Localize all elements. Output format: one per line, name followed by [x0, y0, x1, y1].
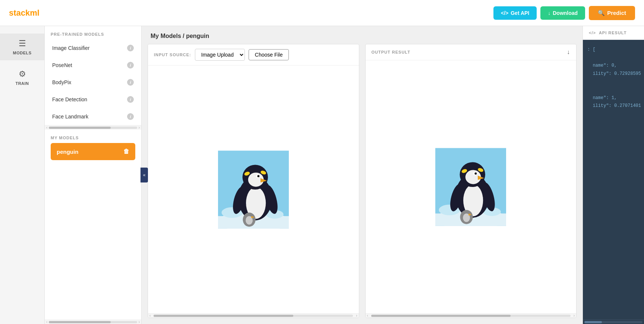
scroll-thumb [49, 127, 110, 129]
download-button[interactable]: ↓ Download [540, 6, 585, 20]
info-icon-face-landmark[interactable]: i [127, 113, 134, 120]
input-panel: INPUT SOURCE: Image Upload URL Webcam Ch… [148, 44, 359, 318]
svg-point-11 [257, 175, 259, 177]
input-hscroll-left[interactable]: ‹ [149, 314, 151, 318]
output-hscroll-left[interactable]: ‹ [367, 314, 368, 318]
code-brackets-icon: </> [589, 31, 596, 35]
output-hscroll-right[interactable]: › [574, 314, 575, 318]
train-label: TRAIN [15, 81, 29, 86]
predict-button[interactable]: 🔍 Predict [589, 6, 635, 20]
output-download-icon[interactable]: ↓ [567, 49, 570, 55]
download-icon: ↓ [548, 10, 550, 16]
api-code-line-7: name": 1, [587, 94, 640, 102]
app-body: ☰ MODELS ⚙ TRAIN PRE-TRAINED MODELS Imag… [0, 26, 644, 324]
input-source-select[interactable]: Image Upload URL Webcam [195, 49, 245, 61]
input-penguin-image [218, 150, 289, 229]
pretrained-title: PRE-TRAINED MODELS [51, 32, 135, 36]
info-icon-face-detection[interactable]: i [127, 96, 134, 103]
trash-icon[interactable]: 🗑 [123, 148, 129, 155]
scroll-right-arrow[interactable]: › [139, 126, 140, 130]
api-result-label: API RESULT [599, 31, 627, 35]
api-scrollbar [583, 320, 644, 324]
sidebar: ☰ MODELS ⚙ TRAIN [0, 26, 45, 324]
info-icon-posenet[interactable]: i [127, 62, 134, 69]
output-panel: OUTPUT RESULT ↓ [365, 44, 577, 318]
my-scroll-thumb [49, 321, 110, 323]
input-image-area [148, 66, 359, 313]
my-models-title: MY MODELS [51, 136, 135, 140]
my-scroll-track [49, 321, 137, 323]
output-penguin-image [435, 148, 506, 226]
api-panel-header: </> API RESULT [583, 26, 644, 40]
pretrained-section: PRE-TRAINED MODELS [45, 26, 141, 39]
my-scroll-left-arrow[interactable]: ‹ [46, 320, 47, 324]
output-panel-scrollbar: ‹ › [366, 313, 577, 318]
input-source-label: INPUT SOURCE: [154, 53, 191, 57]
code-icon: </> [501, 10, 508, 16]
api-code-line-5 [587, 78, 640, 86]
header: stackml </> Get API ↓ Download 🔍 Predict [0, 0, 644, 26]
sidebar-item-models[interactable]: ☰ MODELS [0, 34, 44, 60]
main-content: My Models / penguin INPUT SOURCE: Image … [142, 26, 583, 324]
my-models-section: MY MODELS penguin 🗑 [45, 130, 141, 320]
pretrained-model-list[interactable]: Image Classifier i PoseNet i BodyPix i F… [45, 39, 141, 125]
choose-file-button[interactable]: Choose File [249, 49, 289, 60]
logo-text: stackml [9, 8, 40, 18]
api-code-line-6 [587, 86, 640, 94]
output-result-label: OUTPUT RESULT [372, 50, 410, 54]
api-code-line-3: name": 0, [587, 62, 640, 70]
model-list-scrollbar: ‹ › [45, 125, 141, 130]
api-code-line-1: : [ [587, 46, 640, 54]
output-image-area [366, 60, 577, 313]
model-item-face-landmark[interactable]: Face Landmark i [45, 108, 141, 125]
content-area: INPUT SOURCE: Image Upload URL Webcam Ch… [142, 44, 583, 324]
scroll-left-arrow[interactable]: ‹ [46, 126, 47, 130]
output-panel-header: OUTPUT RESULT ↓ [366, 44, 577, 60]
info-icon-image-classifier[interactable]: i [127, 45, 134, 51]
search-icon: 🔍 [598, 10, 605, 16]
logo: stackml [9, 8, 40, 18]
breadcrumb: My Models / penguin [142, 26, 583, 44]
model-item-bodypix[interactable]: BodyPix i [45, 74, 141, 91]
sidebar-item-train[interactable]: ⚙ TRAIN [0, 64, 44, 91]
input-panel-header: INPUT SOURCE: Image Upload URL Webcam Ch… [148, 44, 359, 66]
model-item-face-detection[interactable]: Face Detection i [45, 91, 141, 108]
input-panel-scrollbar: ‹ › [148, 313, 359, 318]
models-panel: PRE-TRAINED MODELS Image Classifier i Po… [45, 26, 142, 324]
hamburger-icon: ☰ [19, 39, 26, 48]
models-label: MODELS [13, 51, 31, 55]
my-model-penguin[interactable]: penguin 🗑 [51, 143, 135, 160]
info-icon-bodypix[interactable]: i [127, 79, 134, 86]
scroll-track [49, 127, 137, 129]
collapse-panel-button[interactable]: « [141, 168, 148, 182]
svg-point-31 [475, 172, 477, 175]
api-code-line-4: ility": 0.72928595 [587, 70, 640, 78]
model-item-posenet[interactable]: PoseNet i [45, 57, 141, 74]
api-result-panel: </> API RESULT : [ name": 0, ility": 0.7… [583, 26, 644, 324]
my-models-scrollbar: ‹ › [45, 320, 141, 324]
get-api-button[interactable]: </> Get API [493, 6, 537, 20]
api-code-line-2 [587, 54, 640, 62]
input-source-row: INPUT SOURCE: Image Upload URL Webcam Ch… [154, 49, 289, 61]
input-hscroll-right[interactable]: › [356, 314, 357, 318]
api-code-line-8: ility": 0.27071401 [587, 102, 640, 110]
gear-icon: ⚙ [19, 69, 26, 79]
header-actions: </> Get API ↓ Download 🔍 Predict [493, 6, 635, 20]
my-scroll-right-arrow[interactable]: › [139, 320, 140, 324]
model-item-image-classifier[interactable]: Image Classifier i [45, 39, 141, 57]
api-code-area[interactable]: : [ name": 0, ility": 0.72928595 name": … [583, 40, 644, 320]
